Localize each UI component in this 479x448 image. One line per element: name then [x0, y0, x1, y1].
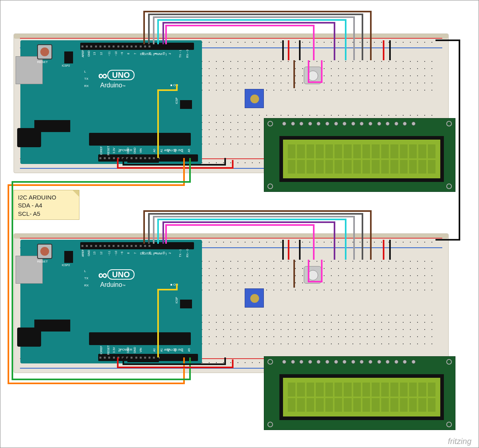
sticky-note: I2C ARDUINO SDA - A4 SCL- A5 — [14, 190, 79, 220]
digital-header[interactable] — [80, 242, 194, 249]
power-analog-header[interactable] — [98, 154, 198, 162]
power-analog-header[interactable] — [98, 354, 198, 361]
digital-header[interactable] — [80, 43, 194, 50]
lcd-16x2-bottom — [264, 356, 455, 430]
lcd-pin-header[interactable] — [282, 360, 416, 364]
potentiometer-top[interactable] — [245, 89, 264, 108]
lcd-cells — [288, 144, 435, 174]
potentiometer-bottom[interactable] — [245, 288, 264, 308]
arduino-uno-slave: RESET ICSP2 LTXRX ∞UNO Arduino™ ■ ON ICS… — [20, 240, 202, 363]
arduino-uno-master: RESET ICSP2 LTXRX ∞UNO Arduino™ ■ ON ICS… — [20, 40, 202, 164]
push-button-bottom[interactable] — [304, 266, 321, 284]
lcd-16x2-top — [264, 118, 455, 192]
circuit-canvas: RESET ICSP2 LTXRX ∞UNO Arduino™ ■ ON ICS… — [0, 0, 479, 448]
push-button-top[interactable] — [304, 67, 321, 84]
reset-button[interactable] — [37, 44, 52, 59]
fritzing-watermark: fritzing — [448, 437, 471, 446]
reset-button[interactable] — [37, 244, 52, 259]
lcd-cells — [288, 383, 435, 412]
lcd-pin-header[interactable] — [282, 122, 416, 126]
